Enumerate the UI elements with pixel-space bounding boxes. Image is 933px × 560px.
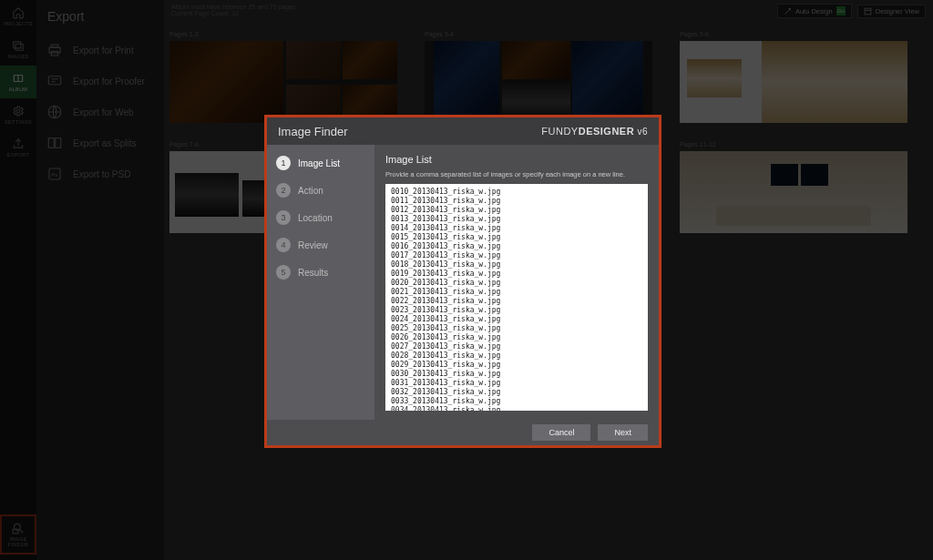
step-location[interactable]: 3 Location: [267, 209, 374, 227]
step-label: Review: [298, 240, 328, 250]
dialog-brand: FUNDYDESIGNER v6: [541, 126, 648, 137]
image-list-textarea[interactable]: [385, 184, 648, 411]
cancel-button[interactable]: Cancel: [532, 424, 590, 441]
step-review[interactable]: 4 Review: [267, 236, 374, 254]
content-title: Image List: [385, 154, 648, 165]
brand-part-2: DESIGNER: [579, 126, 634, 137]
wizard-steps: 1 Image List 2 Action 3 Location 4 Revie…: [267, 145, 374, 420]
step-number: 3: [276, 210, 291, 225]
step-label: Location: [298, 213, 333, 223]
dialog-title: Image Finder: [278, 125, 348, 138]
step-label: Image List: [298, 158, 340, 168]
brand-part-3: v6: [634, 127, 648, 137]
next-button[interactable]: Next: [598, 424, 648, 441]
brand-part-1: FUNDY: [541, 126, 578, 137]
step-label: Action: [298, 186, 323, 196]
step-content-panel: Image List Provide a comma separated lis…: [374, 145, 659, 420]
content-hint: Provide a comma separated list of images…: [385, 170, 648, 178]
step-number: 5: [276, 265, 291, 280]
step-image-list[interactable]: 1 Image List: [267, 154, 374, 172]
dialog-header: Image Finder FUNDYDESIGNER v6: [267, 117, 659, 145]
step-number: 2: [276, 183, 291, 198]
step-action[interactable]: 2 Action: [267, 181, 374, 199]
step-label: Results: [298, 268, 328, 278]
step-results[interactable]: 5 Results: [267, 263, 374, 281]
step-number: 4: [276, 238, 291, 252]
step-number: 1: [276, 156, 291, 170]
dialog-body: 1 Image List 2 Action 3 Location 4 Revie…: [267, 145, 659, 420]
dialog-footer: Cancel Next: [267, 420, 659, 445]
image-finder-dialog: Image Finder FUNDYDESIGNER v6 1 Image Li…: [264, 115, 661, 448]
